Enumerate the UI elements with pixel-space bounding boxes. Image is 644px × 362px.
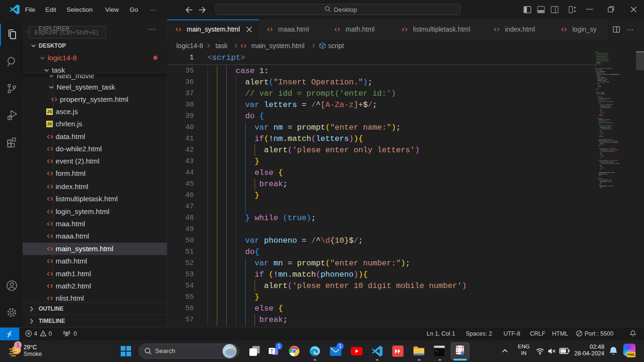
svg-text:C:\_: C:\_ (435, 346, 440, 348)
svg-text:>_: >_ (435, 349, 438, 353)
svg-text:T: T (270, 349, 273, 354)
